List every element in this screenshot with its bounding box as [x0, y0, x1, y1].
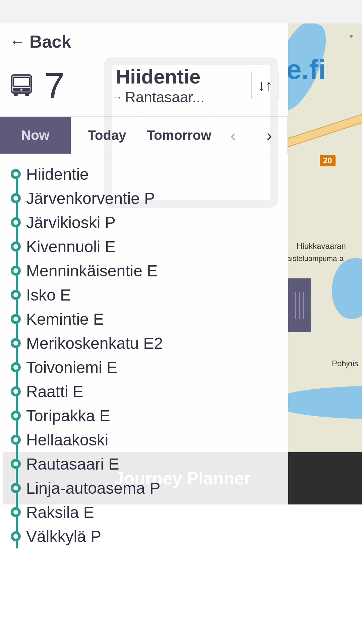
stop-circle-icon [11, 483, 21, 493]
map-marker [350, 35, 353, 38]
stop-item[interactable]: Isko E [11, 283, 288, 307]
stop-circle-icon [11, 507, 21, 517]
stop-name: Järvenkorventie P [26, 189, 155, 208]
stop-circle-icon [11, 169, 21, 179]
back-label: Back [29, 32, 71, 52]
stop-circle-icon [11, 435, 21, 445]
stop-item[interactable]: Linja-autoasema P [11, 476, 288, 500]
stop-name: Kivennuoli E [26, 237, 116, 256]
stop-name: Hiidentie [26, 165, 89, 183]
stop-circle-icon [11, 314, 21, 324]
stop-item[interactable]: Järvenkorventie P [11, 186, 288, 210]
stop-item[interactable]: Välkkylä P [11, 524, 288, 548]
stop-circle-icon [11, 362, 21, 372]
stop-item[interactable]: Kivennuoli E [11, 234, 288, 259]
map-label: taisteluampuma-a [288, 254, 344, 263]
stop-item[interactable]: Raksila E [11, 500, 288, 524]
stop-name: Isko E [26, 286, 71, 304]
stop-circle-icon [11, 290, 21, 300]
stop-name: Raatti E [26, 382, 83, 401]
back-button[interactable]: ← Back [0, 23, 288, 60]
stop-name: Järvikioski P [26, 213, 116, 232]
bus-icon [9, 73, 34, 98]
svg-point-3 [20, 89, 23, 91]
stop-item[interactable]: Hellaakoski [11, 428, 288, 452]
stop-item[interactable]: Raatti E [11, 379, 288, 404]
stop-circle-icon [11, 338, 21, 348]
route-panel: ← Back 7 Hiidentie → Rant [0, 23, 288, 586]
stop-circle-icon [11, 411, 21, 421]
brand-fragment: e.fi [288, 54, 326, 85]
stop-name: Merikoskenkatu E2 [26, 334, 163, 353]
road-number-badge: 20 [320, 155, 336, 166]
stop-circle-icon [11, 386, 21, 396]
stop-item[interactable]: Toivoniemi E [11, 355, 288, 379]
stop-item[interactable]: Hiidentie [11, 162, 288, 186]
panel-drag-handle[interactable] [288, 278, 311, 332]
svg-rect-4 [14, 93, 18, 96]
stop-name: Välkkylä P [26, 527, 101, 546]
map-label: Pohjois [332, 359, 358, 368]
stop-item[interactable]: Menninkäisentie E [11, 259, 288, 283]
stop-item[interactable]: Järvikioski P [11, 210, 288, 234]
stops-list: HiidentieJärvenkorventie PJärvikioski PK… [0, 154, 288, 548]
stop-item[interactable]: Kemintie E [11, 307, 288, 331]
stop-name: Raksila E [26, 503, 94, 522]
stop-name: Toivoniemi E [26, 358, 117, 377]
svg-rect-5 [25, 93, 29, 96]
stop-name: Hellaakoski [26, 431, 108, 449]
stop-circle-icon [11, 266, 21, 276]
svg-rect-1 [13, 77, 30, 86]
back-arrow-icon: ← [9, 34, 25, 50]
stop-circle-icon [11, 459, 21, 469]
drag-handle-icon [295, 292, 304, 319]
stop-name: Rautasaari E [26, 455, 119, 473]
stop-name: Linja-autoasema P [26, 479, 160, 497]
stop-circle-icon [11, 531, 21, 541]
route-number: 7 [44, 67, 65, 104]
stop-name: Toripakka E [26, 407, 110, 425]
stop-name: Kemintie E [26, 310, 104, 328]
stop-item[interactable]: Merikoskenkatu E2 [11, 331, 288, 355]
stop-circle-icon [11, 193, 21, 203]
stop-name: Menninkäisentie E [26, 262, 158, 280]
tab-now[interactable]: Now [0, 117, 71, 154]
stop-item[interactable]: Toripakka E [11, 404, 288, 428]
stop-circle-icon [11, 217, 21, 227]
stop-item[interactable]: Rautasaari E [11, 452, 288, 476]
map-label: Hiukkavaaran [297, 241, 346, 251]
stop-circle-icon [11, 241, 21, 252]
